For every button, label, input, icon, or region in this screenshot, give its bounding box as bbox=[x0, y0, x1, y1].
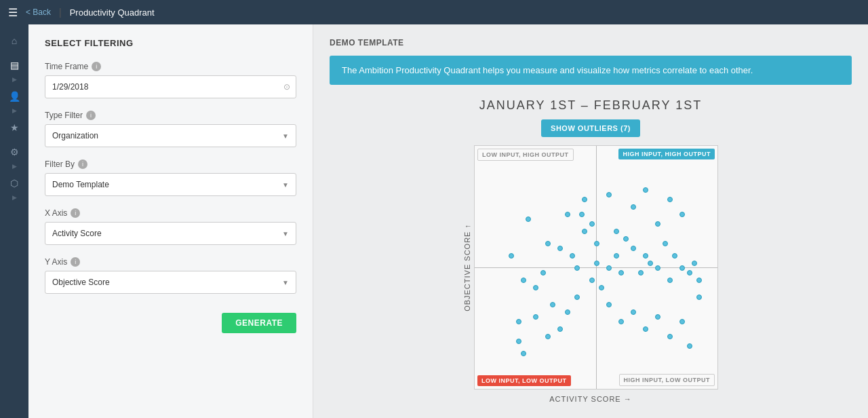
scatter-dot[interactable] bbox=[672, 253, 677, 259]
y-axis-group: Y Axis i Objective Score ▼ bbox=[45, 257, 296, 294]
title-divider: | bbox=[59, 7, 62, 18]
scatter-dot[interactable] bbox=[687, 343, 692, 349]
x-axis-group: X Axis i Activity Score ▼ bbox=[45, 208, 296, 245]
time-frame-input-wrapper[interactable]: ⊙ bbox=[45, 75, 296, 98]
scatter-dot[interactable] bbox=[631, 204, 636, 210]
scatter-dot[interactable] bbox=[692, 261, 697, 266]
generate-button[interactable]: Generate bbox=[222, 313, 296, 333]
scatter-dot[interactable] bbox=[565, 212, 570, 217]
settings-chevron[interactable]: ▶ bbox=[12, 163, 17, 170]
scatter-dot[interactable] bbox=[579, 212, 585, 217]
x-axis-select[interactable]: Activity Score ▼ bbox=[45, 222, 296, 245]
type-filter-select[interactable]: Organization ▼ bbox=[45, 124, 296, 147]
scatter-dot[interactable] bbox=[614, 229, 619, 234]
scatter-dot[interactable] bbox=[599, 285, 604, 290]
filter-by-value: Demo Template bbox=[52, 180, 109, 189]
scatter-dot[interactable] bbox=[533, 314, 538, 320]
scatter-dot[interactable] bbox=[526, 216, 531, 222]
scatter-dot[interactable] bbox=[557, 326, 563, 332]
x-axis-info-icon[interactable]: i bbox=[71, 208, 80, 218]
quadrant-bottom-right: High Input, Low Output bbox=[619, 374, 715, 386]
scatter-dot[interactable] bbox=[631, 309, 636, 315]
x-axis-value: Activity Score bbox=[52, 229, 102, 238]
time-frame-input[interactable] bbox=[52, 82, 289, 92]
scatter-dot[interactable] bbox=[574, 294, 580, 300]
scatter-dot[interactable] bbox=[655, 314, 660, 320]
scatter-dot[interactable] bbox=[655, 265, 660, 271]
scatter-dot[interactable] bbox=[565, 309, 570, 315]
scatter-dot[interactable] bbox=[614, 253, 619, 259]
scatter-dot[interactable] bbox=[679, 265, 685, 271]
scatter-dot[interactable] bbox=[638, 270, 644, 276]
chart-icon[interactable]: ▤ bbox=[1, 54, 27, 76]
star-icon[interactable]: ★ bbox=[1, 117, 27, 138]
scatter-dot[interactable] bbox=[574, 265, 580, 271]
scatter-dot[interactable] bbox=[582, 197, 587, 202]
scatter-dot[interactable] bbox=[687, 270, 692, 276]
scatter-dot[interactable] bbox=[631, 246, 636, 251]
scatter-dot[interactable] bbox=[618, 270, 624, 276]
hamburger-icon[interactable]: ☰ bbox=[8, 6, 18, 19]
scatter-dot[interactable] bbox=[521, 351, 526, 356]
outliers-button[interactable]: Show Outliers (7) bbox=[541, 119, 640, 137]
scatter-dot[interactable] bbox=[667, 334, 673, 339]
y-axis-select[interactable]: Objective Score ▼ bbox=[45, 271, 296, 294]
x-axis-chart-label: Activity Score → bbox=[549, 395, 632, 403]
scatter-dot[interactable] bbox=[606, 302, 612, 307]
y-axis-info-icon[interactable]: i bbox=[71, 257, 80, 267]
scatter-dot[interactable] bbox=[623, 236, 629, 242]
chart-chevron[interactable]: ▶ bbox=[12, 76, 17, 83]
y-axis-chevron: ▼ bbox=[282, 279, 289, 286]
filter-by-info-icon[interactable]: i bbox=[78, 159, 87, 169]
connect-icon[interactable]: ⬡ bbox=[1, 172, 27, 194]
scatter-dot[interactable] bbox=[648, 261, 653, 266]
settings-icon[interactable]: ⚙ bbox=[1, 141, 27, 163]
back-button[interactable]: < Back bbox=[26, 7, 51, 17]
people-chevron[interactable]: ▶ bbox=[12, 107, 17, 114]
scatter-dot[interactable] bbox=[540, 270, 546, 276]
scatter-dot[interactable] bbox=[606, 192, 612, 197]
scatter-dot[interactable] bbox=[655, 221, 660, 227]
scatter-dot[interactable] bbox=[696, 294, 702, 300]
scatter-dot[interactable] bbox=[696, 278, 702, 283]
connect-chevron[interactable]: ▶ bbox=[12, 194, 17, 201]
scatter-dot[interactable] bbox=[533, 285, 538, 290]
scatter-dot[interactable] bbox=[521, 278, 526, 283]
calendar-icon[interactable]: ⊙ bbox=[283, 82, 290, 92]
scatter-dot[interactable] bbox=[679, 319, 685, 324]
scatter-dot[interactable] bbox=[667, 197, 673, 202]
scatter-dot[interactable] bbox=[550, 302, 555, 307]
scatter-dot[interactable] bbox=[582, 229, 587, 234]
scatter-dot[interactable] bbox=[667, 278, 673, 283]
scatter-dot[interactable] bbox=[545, 241, 551, 246]
scatter-dot[interactable] bbox=[509, 253, 514, 259]
scatter-dot[interactable] bbox=[618, 319, 624, 324]
scatter-dot[interactable] bbox=[557, 246, 563, 251]
people-icon[interactable]: 👤 bbox=[1, 86, 27, 107]
scatter-dot[interactable] bbox=[516, 319, 521, 324]
info-banner: The Ambition Productivity Quadrant helps… bbox=[330, 56, 852, 85]
scatter-dot[interactable] bbox=[643, 187, 648, 193]
scatter-dot[interactable] bbox=[663, 241, 668, 246]
home-icon[interactable]: ⌂ bbox=[1, 30, 27, 52]
y-axis-chart-label: Objective Score ↑ bbox=[463, 224, 471, 311]
scatter-dot[interactable] bbox=[545, 334, 551, 339]
scatter-dot[interactable] bbox=[606, 265, 612, 271]
scatter-dot[interactable] bbox=[679, 212, 685, 217]
x-axis-chevron: ▼ bbox=[282, 230, 289, 238]
main-layout: ⌂ ▤ ▶ 👤 ▶ ★ ⚙ ▶ ⬡ ▶ Select Filtering Tim… bbox=[0, 24, 868, 418]
scatter-dot[interactable] bbox=[589, 278, 595, 283]
type-filter-info-icon[interactable]: i bbox=[86, 111, 96, 120]
scatter-dot[interactable] bbox=[594, 241, 599, 246]
scatter-dot[interactable] bbox=[643, 253, 648, 259]
scatter-plot: Low Input, High Output High Input, High … bbox=[474, 145, 718, 390]
quadrant-top-left: Low Input, High Output bbox=[477, 149, 574, 161]
scatter-dot[interactable] bbox=[516, 339, 521, 344]
page-title: Productivity Quadrant bbox=[70, 7, 155, 18]
scatter-dot[interactable] bbox=[570, 253, 575, 259]
filter-by-select[interactable]: Demo Template ▼ bbox=[45, 173, 296, 196]
scatter-dot[interactable] bbox=[643, 326, 648, 332]
scatter-dot[interactable] bbox=[594, 261, 599, 266]
scatter-dot[interactable] bbox=[589, 221, 595, 227]
time-frame-info-icon[interactable]: i bbox=[92, 62, 101, 71]
